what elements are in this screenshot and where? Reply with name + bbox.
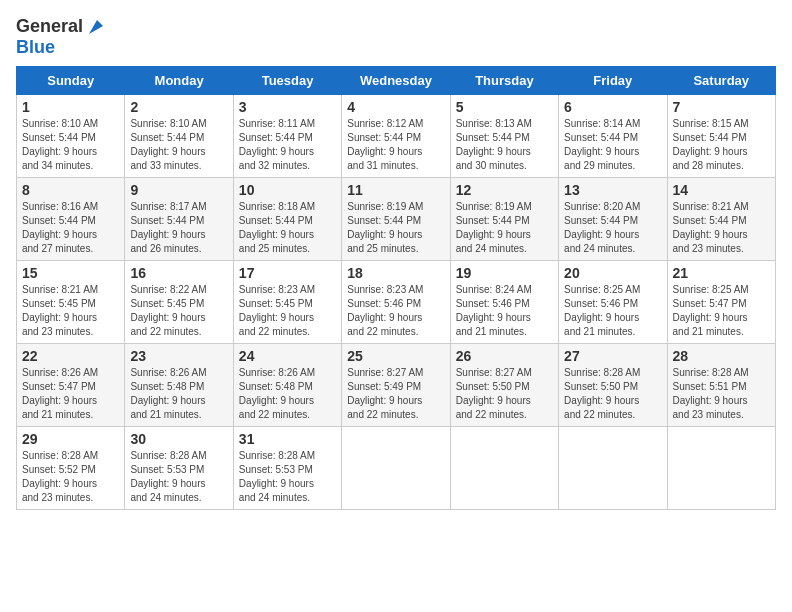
- calendar-week-row: 15 Sunrise: 8:21 AM Sunset: 5:45 PM Dayl…: [17, 260, 776, 343]
- cell-info: Sunrise: 8:23 AM Sunset: 5:46 PM Dayligh…: [347, 283, 444, 339]
- cell-info: Sunrise: 8:19 AM Sunset: 5:44 PM Dayligh…: [347, 200, 444, 256]
- cell-info: Sunrise: 8:10 AM Sunset: 5:44 PM Dayligh…: [22, 117, 119, 173]
- calendar-cell: [450, 426, 558, 509]
- day-number: 9: [130, 182, 227, 198]
- cell-info: Sunrise: 8:23 AM Sunset: 5:45 PM Dayligh…: [239, 283, 336, 339]
- calendar-cell: 26 Sunrise: 8:27 AM Sunset: 5:50 PM Dayl…: [450, 343, 558, 426]
- day-number: 26: [456, 348, 553, 364]
- day-number: 18: [347, 265, 444, 281]
- cell-info: Sunrise: 8:17 AM Sunset: 5:44 PM Dayligh…: [130, 200, 227, 256]
- day-number: 24: [239, 348, 336, 364]
- calendar-cell: 5 Sunrise: 8:13 AM Sunset: 5:44 PM Dayli…: [450, 94, 558, 177]
- calendar-cell: 4 Sunrise: 8:12 AM Sunset: 5:44 PM Dayli…: [342, 94, 450, 177]
- day-number: 6: [564, 99, 661, 115]
- day-number: 1: [22, 99, 119, 115]
- day-number: 27: [564, 348, 661, 364]
- calendar-cell: 1 Sunrise: 8:10 AM Sunset: 5:44 PM Dayli…: [17, 94, 125, 177]
- calendar-table: SundayMondayTuesdayWednesdayThursdayFrid…: [16, 66, 776, 510]
- cell-info: Sunrise: 8:27 AM Sunset: 5:49 PM Dayligh…: [347, 366, 444, 422]
- day-number: 5: [456, 99, 553, 115]
- cell-info: Sunrise: 8:28 AM Sunset: 5:50 PM Dayligh…: [564, 366, 661, 422]
- cell-info: Sunrise: 8:28 AM Sunset: 5:51 PM Dayligh…: [673, 366, 770, 422]
- calendar-cell: 19 Sunrise: 8:24 AM Sunset: 5:46 PM Dayl…: [450, 260, 558, 343]
- calendar-cell: 3 Sunrise: 8:11 AM Sunset: 5:44 PM Dayli…: [233, 94, 341, 177]
- calendar-cell: 9 Sunrise: 8:17 AM Sunset: 5:44 PM Dayli…: [125, 177, 233, 260]
- calendar-cell: [667, 426, 775, 509]
- calendar-cell: 18 Sunrise: 8:23 AM Sunset: 5:46 PM Dayl…: [342, 260, 450, 343]
- cell-info: Sunrise: 8:26 AM Sunset: 5:47 PM Dayligh…: [22, 366, 119, 422]
- cell-info: Sunrise: 8:14 AM Sunset: 5:44 PM Dayligh…: [564, 117, 661, 173]
- cell-info: Sunrise: 8:16 AM Sunset: 5:44 PM Dayligh…: [22, 200, 119, 256]
- calendar-cell: 28 Sunrise: 8:28 AM Sunset: 5:51 PM Dayl…: [667, 343, 775, 426]
- calendar-cell: 15 Sunrise: 8:21 AM Sunset: 5:45 PM Dayl…: [17, 260, 125, 343]
- day-number: 11: [347, 182, 444, 198]
- calendar-cell: 24 Sunrise: 8:26 AM Sunset: 5:48 PM Dayl…: [233, 343, 341, 426]
- calendar-cell: 22 Sunrise: 8:26 AM Sunset: 5:47 PM Dayl…: [17, 343, 125, 426]
- cell-info: Sunrise: 8:11 AM Sunset: 5:44 PM Dayligh…: [239, 117, 336, 173]
- day-header-sunday: Sunday: [17, 66, 125, 94]
- cell-info: Sunrise: 8:13 AM Sunset: 5:44 PM Dayligh…: [456, 117, 553, 173]
- day-header-saturday: Saturday: [667, 66, 775, 94]
- cell-info: Sunrise: 8:19 AM Sunset: 5:44 PM Dayligh…: [456, 200, 553, 256]
- day-number: 23: [130, 348, 227, 364]
- day-number: 30: [130, 431, 227, 447]
- day-number: 25: [347, 348, 444, 364]
- day-number: 28: [673, 348, 770, 364]
- calendar-cell: 31 Sunrise: 8:28 AM Sunset: 5:53 PM Dayl…: [233, 426, 341, 509]
- day-number: 22: [22, 348, 119, 364]
- day-number: 17: [239, 265, 336, 281]
- logo-icon: [85, 16, 107, 38]
- calendar-week-row: 1 Sunrise: 8:10 AM Sunset: 5:44 PM Dayli…: [17, 94, 776, 177]
- day-number: 4: [347, 99, 444, 115]
- cell-info: Sunrise: 8:26 AM Sunset: 5:48 PM Dayligh…: [130, 366, 227, 422]
- logo: General Blue: [16, 16, 107, 58]
- calendar-cell: 29 Sunrise: 8:28 AM Sunset: 5:52 PM Dayl…: [17, 426, 125, 509]
- calendar-body: 1 Sunrise: 8:10 AM Sunset: 5:44 PM Dayli…: [17, 94, 776, 509]
- cell-info: Sunrise: 8:28 AM Sunset: 5:52 PM Dayligh…: [22, 449, 119, 505]
- calendar-header-row: SundayMondayTuesdayWednesdayThursdayFrid…: [17, 66, 776, 94]
- day-number: 29: [22, 431, 119, 447]
- svg-marker-0: [89, 20, 103, 34]
- calendar-cell: 7 Sunrise: 8:15 AM Sunset: 5:44 PM Dayli…: [667, 94, 775, 177]
- page-header: General Blue: [16, 16, 776, 58]
- day-number: 14: [673, 182, 770, 198]
- cell-info: Sunrise: 8:25 AM Sunset: 5:46 PM Dayligh…: [564, 283, 661, 339]
- calendar-cell: 23 Sunrise: 8:26 AM Sunset: 5:48 PM Dayl…: [125, 343, 233, 426]
- cell-info: Sunrise: 8:18 AM Sunset: 5:44 PM Dayligh…: [239, 200, 336, 256]
- day-number: 13: [564, 182, 661, 198]
- cell-info: Sunrise: 8:25 AM Sunset: 5:47 PM Dayligh…: [673, 283, 770, 339]
- day-number: 12: [456, 182, 553, 198]
- calendar-cell: 6 Sunrise: 8:14 AM Sunset: 5:44 PM Dayli…: [559, 94, 667, 177]
- day-header-wednesday: Wednesday: [342, 66, 450, 94]
- calendar-cell: 16 Sunrise: 8:22 AM Sunset: 5:45 PM Dayl…: [125, 260, 233, 343]
- cell-info: Sunrise: 8:15 AM Sunset: 5:44 PM Dayligh…: [673, 117, 770, 173]
- day-number: 10: [239, 182, 336, 198]
- calendar-cell: 21 Sunrise: 8:25 AM Sunset: 5:47 PM Dayl…: [667, 260, 775, 343]
- cell-info: Sunrise: 8:28 AM Sunset: 5:53 PM Dayligh…: [239, 449, 336, 505]
- calendar-week-row: 8 Sunrise: 8:16 AM Sunset: 5:44 PM Dayli…: [17, 177, 776, 260]
- cell-info: Sunrise: 8:27 AM Sunset: 5:50 PM Dayligh…: [456, 366, 553, 422]
- calendar-cell: 30 Sunrise: 8:28 AM Sunset: 5:53 PM Dayl…: [125, 426, 233, 509]
- day-header-thursday: Thursday: [450, 66, 558, 94]
- cell-info: Sunrise: 8:21 AM Sunset: 5:45 PM Dayligh…: [22, 283, 119, 339]
- calendar-cell: 13 Sunrise: 8:20 AM Sunset: 5:44 PM Dayl…: [559, 177, 667, 260]
- cell-info: Sunrise: 8:21 AM Sunset: 5:44 PM Dayligh…: [673, 200, 770, 256]
- day-number: 20: [564, 265, 661, 281]
- calendar-cell: 17 Sunrise: 8:23 AM Sunset: 5:45 PM Dayl…: [233, 260, 341, 343]
- calendar-cell: 20 Sunrise: 8:25 AM Sunset: 5:46 PM Dayl…: [559, 260, 667, 343]
- calendar-cell: 27 Sunrise: 8:28 AM Sunset: 5:50 PM Dayl…: [559, 343, 667, 426]
- calendar-week-row: 22 Sunrise: 8:26 AM Sunset: 5:47 PM Dayl…: [17, 343, 776, 426]
- logo-general: General: [16, 17, 83, 37]
- calendar-week-row: 29 Sunrise: 8:28 AM Sunset: 5:52 PM Dayl…: [17, 426, 776, 509]
- calendar-cell: 10 Sunrise: 8:18 AM Sunset: 5:44 PM Dayl…: [233, 177, 341, 260]
- cell-info: Sunrise: 8:22 AM Sunset: 5:45 PM Dayligh…: [130, 283, 227, 339]
- logo-blue: Blue: [16, 38, 107, 58]
- day-number: 21: [673, 265, 770, 281]
- cell-info: Sunrise: 8:20 AM Sunset: 5:44 PM Dayligh…: [564, 200, 661, 256]
- cell-info: Sunrise: 8:12 AM Sunset: 5:44 PM Dayligh…: [347, 117, 444, 173]
- calendar-cell: 12 Sunrise: 8:19 AM Sunset: 5:44 PM Dayl…: [450, 177, 558, 260]
- calendar-cell: 2 Sunrise: 8:10 AM Sunset: 5:44 PM Dayli…: [125, 94, 233, 177]
- calendar-cell: 25 Sunrise: 8:27 AM Sunset: 5:49 PM Dayl…: [342, 343, 450, 426]
- day-number: 7: [673, 99, 770, 115]
- cell-info: Sunrise: 8:28 AM Sunset: 5:53 PM Dayligh…: [130, 449, 227, 505]
